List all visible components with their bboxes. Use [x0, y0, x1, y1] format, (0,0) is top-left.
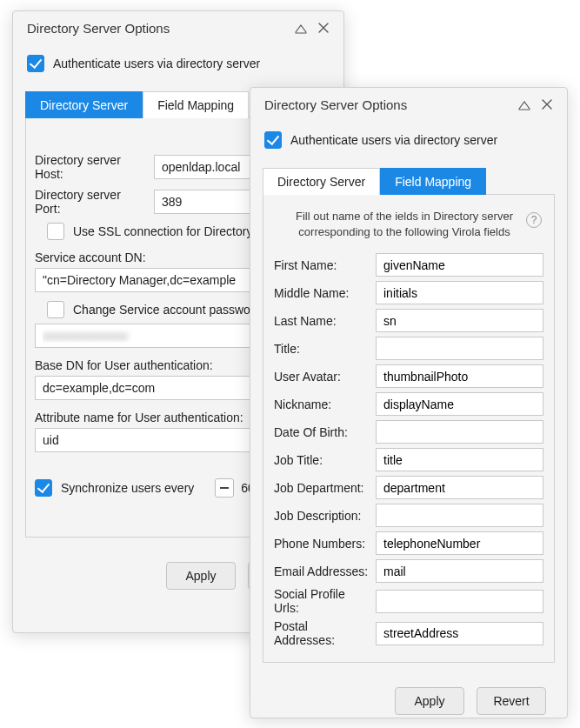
maximize-icon[interactable] — [517, 97, 532, 112]
field-mapping-row: Job Title: — [274, 448, 543, 471]
field-input[interactable] — [376, 476, 543, 499]
sync-stepper-decrement[interactable] — [215, 478, 234, 498]
field-label: Middle Name: — [274, 286, 376, 300]
field-label: Email Addresses: — [274, 564, 376, 578]
help-icon[interactable]: ? — [526, 212, 542, 228]
tab-field-mapping[interactable]: Field Mapping — [380, 168, 486, 195]
field-label: First Name: — [274, 258, 376, 272]
dialog-field-mapping: Directory Server Options Authenticate us… — [250, 87, 568, 718]
field-input[interactable] — [376, 622, 543, 645]
field-label: Job Title: — [274, 453, 376, 467]
close-icon[interactable] — [316, 20, 331, 36]
window-title: Directory Server Options — [27, 21, 286, 36]
field-label: Job Department: — [274, 481, 376, 495]
field-mapping-row: Title: — [274, 337, 543, 360]
field-input[interactable] — [376, 559, 543, 583]
authenticate-checkbox-row: Authenticate users via directory server — [13, 44, 343, 91]
field-input[interactable] — [376, 590, 543, 613]
field-input[interactable] — [376, 531, 543, 555]
field-input[interactable] — [376, 504, 543, 527]
field-mapping-row: Nickname: — [274, 392, 543, 416]
field-label: Last Name: — [274, 314, 376, 328]
change-password-checkbox[interactable] — [47, 301, 64, 318]
field-input[interactable] — [376, 420, 543, 444]
field-mapping-row: Phone Numbers: — [274, 531, 543, 555]
authenticate-checkbox[interactable] — [264, 131, 282, 149]
field-mapping-row: Job Description: — [274, 504, 543, 527]
field-mapping-row: Postal Addresses: — [274, 619, 543, 647]
field-mapping-list: First Name:Middle Name:Last Name:Title:U… — [274, 253, 543, 647]
field-input[interactable] — [376, 392, 543, 416]
maximize-icon[interactable] — [293, 20, 309, 36]
field-mapping-row: Job Department: — [274, 476, 543, 499]
field-mapping-row: Date Of Birth: — [274, 420, 543, 444]
tab-directory-server[interactable]: Directory Server — [263, 168, 380, 195]
tab-directory-server[interactable]: Directory Server — [25, 91, 143, 118]
field-mapping-hint: Fill out name of the ields in Directory … — [283, 209, 526, 239]
field-label: Title: — [274, 342, 376, 356]
field-mapping-row: User Avatar: — [274, 364, 543, 388]
synchronize-label: Synchronize users every — [61, 481, 194, 495]
synchronize-checkbox[interactable] — [35, 479, 52, 497]
field-input[interactable] — [376, 253, 543, 277]
field-input[interactable] — [376, 309, 543, 332]
ssl-checkbox[interactable] — [47, 223, 64, 240]
field-mapping-row: First Name: — [274, 253, 543, 277]
field-input[interactable] — [376, 281, 543, 304]
apply-button[interactable]: Apply — [166, 562, 236, 590]
field-label: Social Profile Urls: — [274, 587, 376, 615]
field-label: Nickname: — [274, 397, 376, 411]
tab-pane-field-mapping: Fill out name of the ields in Directory … — [263, 195, 555, 663]
field-input[interactable] — [376, 364, 543, 388]
field-label: Date Of Birth: — [274, 425, 376, 439]
field-label: User Avatar: — [274, 370, 376, 384]
authenticate-label: Authenticate users via directory server — [53, 57, 260, 70]
host-label: Directory server Host: — [35, 153, 154, 181]
revert-button[interactable]: Revert — [477, 687, 546, 715]
apply-button[interactable]: Apply — [395, 687, 464, 715]
window-title: Directory Server Options — [264, 97, 510, 112]
field-mapping-row: Email Addresses: — [274, 559, 543, 583]
tab-field-mapping[interactable]: Field Mapping — [143, 91, 249, 118]
authenticate-checkbox[interactable] — [27, 55, 44, 72]
field-label: Postal Addresses: — [274, 619, 376, 647]
titlebar: Directory Server Options — [13, 11, 343, 44]
field-input[interactable] — [376, 448, 543, 471]
svg-rect-0 — [220, 487, 229, 489]
titlebar: Directory Server Options — [250, 88, 567, 121]
port-label: Directory server Port: — [35, 188, 154, 216]
field-input[interactable] — [376, 337, 543, 360]
tab-bar: Directory Server Field Mapping — [250, 168, 567, 195]
authenticate-checkbox-row: Authenticate users via directory server — [250, 121, 567, 168]
dialog-buttons: Apply Revert — [250, 663, 567, 728]
change-password-label: Change Service account password — [73, 303, 261, 317]
field-label: Job Description: — [274, 509, 376, 523]
field-mapping-row: Middle Name: — [274, 281, 543, 304]
field-label: Phone Numbers: — [274, 537, 376, 551]
field-mapping-row: Social Profile Urls: — [274, 587, 543, 615]
field-mapping-row: Last Name: — [274, 309, 543, 332]
authenticate-label: Authenticate users via directory server — [290, 133, 497, 147]
close-icon[interactable] — [539, 97, 555, 112]
